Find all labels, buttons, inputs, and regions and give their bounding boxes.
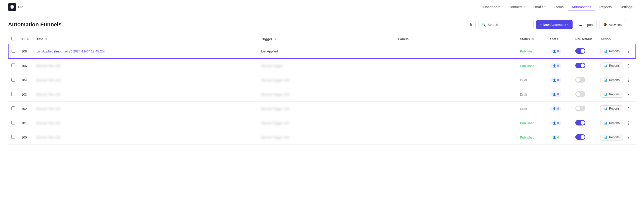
reports-button[interactable]: 📊 Reports xyxy=(600,134,623,141)
toggle-switch[interactable] xyxy=(575,63,585,68)
title-text: Blurred Title 101 xyxy=(36,121,60,125)
title-text: Blurred Title 104 xyxy=(36,78,60,82)
row-checkbox[interactable] xyxy=(11,78,15,82)
reports-button[interactable]: 📊 Reports xyxy=(600,62,623,69)
row-trigger-cell: Blurred Trigger 103 xyxy=(258,87,395,102)
reports-button[interactable]: 📊 Reports xyxy=(600,105,623,112)
toggle-knob xyxy=(576,92,580,96)
logo-icon xyxy=(8,3,16,11)
reports-chart-icon: 📊 xyxy=(604,136,608,139)
status-badge: Published xyxy=(520,136,534,139)
reports-chart-icon: 📊 xyxy=(604,64,608,68)
nav-dashboard[interactable]: Dashboard xyxy=(480,3,504,11)
row-more-dots-icon: ⋮ xyxy=(626,78,630,83)
trigger-text: Blurred Trigger 103 xyxy=(261,93,289,96)
nav-settings[interactable]: Settings xyxy=(616,3,636,11)
action-group: 📊 Reports ⋮ xyxy=(600,47,632,55)
row-stats-cell: 👤 0 xyxy=(547,87,572,102)
nav-emails[interactable]: Emails ▾ xyxy=(529,3,549,11)
more-options-button[interactable]: ⋮ xyxy=(628,21,636,29)
logo[interactable]: Pro xyxy=(8,3,23,11)
row-title-cell: Blurred Title 106 xyxy=(33,58,258,73)
table-row: 101 Blurred Title 101 Blurred Trigger 10… xyxy=(8,116,636,130)
row-labels-cell xyxy=(395,102,517,116)
row-checkbox-cell xyxy=(8,87,18,102)
header-checkbox-cell xyxy=(8,34,18,44)
row-action-cell: 📊 Reports ⋮ xyxy=(597,58,636,73)
reports-button[interactable]: 📊 Reports xyxy=(600,91,623,98)
row-checkbox[interactable] xyxy=(11,106,15,110)
row-pause-run-cell xyxy=(572,87,597,102)
import-button[interactable]: ☁ Import xyxy=(575,20,597,29)
toggle-knob xyxy=(581,135,585,139)
header-title: Title ⇅ xyxy=(33,34,258,44)
reports-button[interactable]: 📊 Reports xyxy=(600,48,623,54)
toggle-switch[interactable] xyxy=(575,91,585,97)
row-id: 104 xyxy=(18,73,33,87)
toggle-switch[interactable] xyxy=(575,77,585,83)
search-input[interactable] xyxy=(488,23,530,27)
activities-button[interactable]: 🎓 Activities xyxy=(599,20,625,29)
table-row: 108 List Applied (Imported @ 2024-11-07 … xyxy=(8,44,636,58)
row-more-button[interactable]: ⋮ xyxy=(624,133,632,141)
status-badge: Draft xyxy=(520,78,527,82)
header-status: Status ⇅ xyxy=(517,34,547,44)
row-id: 108 xyxy=(18,44,33,58)
new-automation-button[interactable]: + New Automation xyxy=(536,20,573,29)
title-text: Blurred Title 102 xyxy=(36,107,60,111)
row-trigger-cell: List Applied xyxy=(258,44,395,58)
row-checkbox-cell xyxy=(8,73,18,87)
toggle-switch[interactable] xyxy=(575,48,585,54)
row-more-button[interactable]: ⋮ xyxy=(624,105,632,113)
nav-automations[interactable]: Automations xyxy=(568,3,595,11)
header-action: Action xyxy=(597,34,636,44)
header-trigger: Trigger ⇅ xyxy=(258,34,395,44)
toggle-switch[interactable] xyxy=(575,106,585,111)
nav-contacts[interactable]: Contacts ▾ xyxy=(505,3,528,11)
title-text: Blurred Title 103 xyxy=(36,93,60,96)
row-pause-run-cell xyxy=(572,58,597,73)
row-more-dots-icon: ⋮ xyxy=(626,63,630,68)
reports-chart-icon: 📊 xyxy=(604,107,608,110)
status-badge: Published xyxy=(520,49,534,53)
nav-forms[interactable]: Forms xyxy=(550,3,567,11)
toggle-knob xyxy=(576,78,580,82)
row-more-button[interactable]: ⋮ xyxy=(624,90,632,98)
row-action-cell: 📊 Reports ⋮ xyxy=(597,116,636,130)
row-more-button[interactable]: ⋮ xyxy=(624,76,632,84)
row-trigger-cell: Blurred Trigger 104 xyxy=(258,73,395,87)
toggle-switch[interactable] xyxy=(575,120,585,125)
row-checkbox[interactable] xyxy=(11,121,15,124)
stats-badge: 👤 0 xyxy=(550,120,561,125)
row-checkbox[interactable] xyxy=(11,135,15,139)
action-group: 📊 Reports ⋮ xyxy=(600,62,633,70)
row-checkbox[interactable] xyxy=(11,63,15,67)
row-checkbox[interactable] xyxy=(11,92,15,96)
sort-button[interactable]: ⇅ xyxy=(467,20,476,29)
row-checkbox-cell xyxy=(8,44,18,58)
trigger-text: Blurred Trigger xyxy=(261,64,283,68)
toggle-switch[interactable] xyxy=(575,134,585,140)
person-icon: 👤 xyxy=(553,107,556,110)
reports-button[interactable]: 📊 Reports xyxy=(600,77,623,83)
title-text: Blurred Title 100 xyxy=(36,136,60,139)
nav-reports[interactable]: Reports xyxy=(596,3,615,11)
reports-button[interactable]: 📊 Reports xyxy=(600,120,623,126)
row-action-cell: 📊 Reports ⋮ xyxy=(597,87,636,102)
search-icon: 🔍 xyxy=(481,23,486,27)
row-id: 103 xyxy=(18,87,33,102)
reports-label: Reports xyxy=(609,136,620,139)
row-checkbox[interactable] xyxy=(12,49,15,53)
title-link[interactable]: List Applied (Imported @ 2024-11-07 12:4… xyxy=(36,49,105,53)
row-labels-cell xyxy=(395,87,517,102)
row-more-button[interactable]: ⋮ xyxy=(624,119,632,127)
row-id: 106 xyxy=(18,58,33,73)
row-more-button[interactable]: ⋮ xyxy=(624,62,632,70)
row-more-button[interactable]: ⋮ xyxy=(624,47,632,55)
select-all-checkbox[interactable] xyxy=(11,37,15,40)
reports-label: Reports xyxy=(609,78,620,82)
reports-label: Reports xyxy=(609,121,620,125)
table-row: 106 Blurred Title 106 Blurred Trigger Pu… xyxy=(8,58,636,73)
toggle-slider xyxy=(575,48,585,54)
toggle-slider xyxy=(575,134,585,140)
